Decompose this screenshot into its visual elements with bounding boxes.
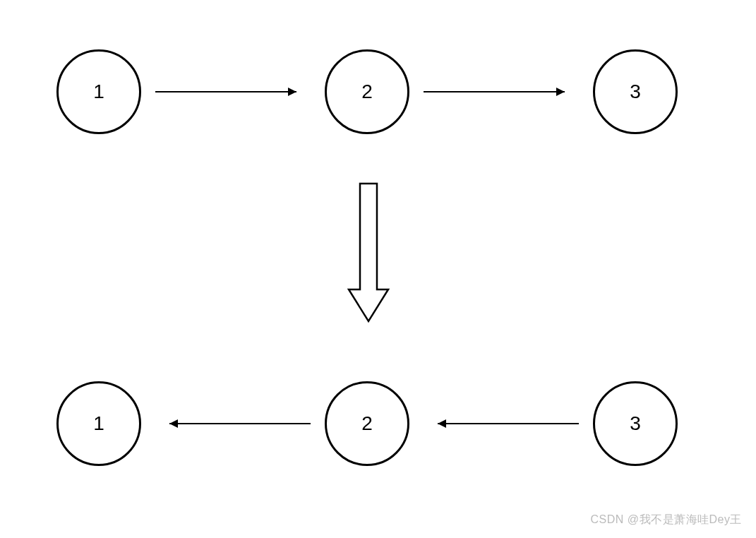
svg-marker-7: [438, 419, 446, 428]
node-bottom-1: 1: [56, 381, 141, 466]
node-bottom-2: 2: [325, 381, 409, 466]
node-label: 2: [361, 412, 373, 435]
node-label: 3: [630, 412, 641, 435]
node-top-2: 2: [325, 49, 409, 134]
node-top-1: 1: [56, 49, 141, 134]
node-label: 1: [93, 80, 104, 103]
svg-marker-3: [556, 88, 565, 96]
svg-marker-1: [288, 88, 296, 96]
svg-marker-5: [169, 419, 178, 428]
node-label: 3: [630, 80, 641, 103]
arrow-top-1-to-2: [155, 85, 311, 99]
node-bottom-3: 3: [593, 381, 678, 466]
arrow-bottom-3-to-2: [424, 417, 579, 431]
node-label: 2: [361, 80, 373, 103]
node-label: 1: [93, 412, 104, 435]
arrow-bottom-2-to-1: [155, 417, 311, 431]
arrow-top-2-to-3: [424, 85, 579, 99]
node-top-3: 3: [593, 49, 678, 134]
hollow-arrow-down: [347, 184, 390, 325]
watermark-text: CSDN @我不是萧海哇Dey王: [591, 513, 742, 527]
